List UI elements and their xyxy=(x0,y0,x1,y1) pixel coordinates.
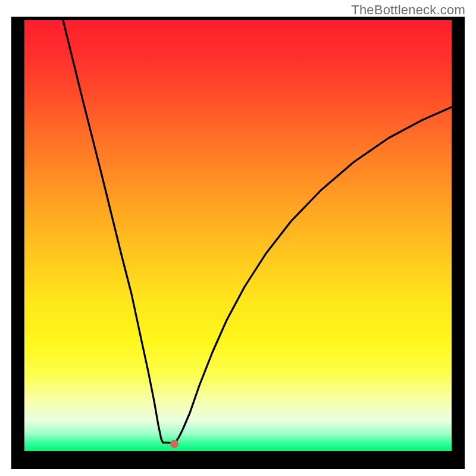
curve-path xyxy=(63,20,452,443)
plot-frame xyxy=(11,17,465,469)
chart-root: TheBottleneck.com xyxy=(0,0,476,476)
watermark-text: TheBottleneck.com xyxy=(351,2,465,18)
bottleneck-curve xyxy=(24,20,452,451)
plot-area xyxy=(24,20,452,451)
minimum-marker-dot xyxy=(170,440,178,448)
